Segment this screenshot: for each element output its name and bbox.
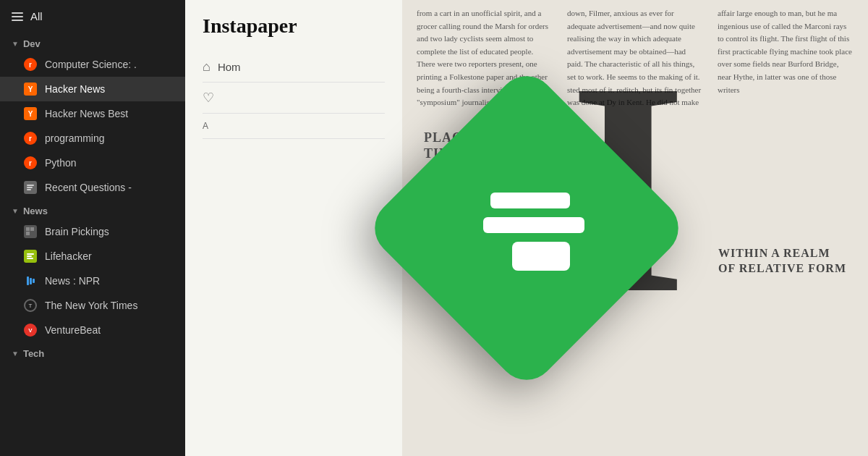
npr-icon: [23, 274, 38, 288]
archive-icon: A: [203, 121, 208, 131]
svg-rect-9: [27, 258, 33, 259]
main-content: Instapaper ⌂ Hom ♡ A from a cart in an u…: [185, 0, 868, 456]
heart-icon: ♡: [203, 90, 214, 106]
sidebar-item-hacker-news[interactable]: Y Hacker News: [0, 77, 185, 101]
home-icon: ⌂: [203, 59, 210, 75]
nyt-icon: T: [23, 298, 38, 313]
sidebar-item-label: Computer Science: .: [45, 59, 137, 70]
lifehacker-icon: [23, 249, 38, 263]
chevron-tech-icon: ▼: [12, 350, 19, 358]
sidebar-item-venturebeat[interactable]: V VentureBeat: [0, 318, 185, 342]
feedly-stripes: [469, 185, 584, 271]
brainpickings-icon: [23, 224, 38, 239]
sidebar-item-label: VentureBeat: [45, 324, 101, 336]
sidebar-item-computer-science[interactable]: r Computer Science: .: [0, 52, 185, 77]
sidebar-item-label: The New York Times: [45, 300, 137, 311]
reddit-programming-icon: r: [23, 131, 38, 145]
sidebar-item-label: Python: [45, 157, 77, 169]
instapaper-nav-home[interactable]: ⌂ Hom: [203, 52, 385, 83]
instapaper-panel: Instapaper ⌂ Hom ♡ A: [185, 0, 402, 456]
reddit-python-icon: r: [23, 156, 38, 170]
feedly-logo: [411, 112, 642, 344]
sidebar-item-python[interactable]: r Python: [0, 151, 185, 175]
sidebar-all-label: All: [30, 10, 43, 22]
chevron-news-icon: ▼: [12, 207, 19, 215]
sidebar: All ▼ Dev r Computer Science: . Y Hacker…: [0, 0, 185, 456]
sidebar-item-label: Brain Pickings: [45, 226, 109, 237]
sidebar-item-npr[interactable]: News : NPR: [0, 269, 185, 293]
article-headline-2: WITHIN A REALMOF RELATIVE FORM: [718, 246, 846, 276]
feedly-diamond-shape: [363, 64, 691, 392]
instapaper-nav: ⌂ Hom ♡ A: [185, 45, 402, 146]
feedly-stripe-2: [483, 217, 584, 233]
hamburger-icon[interactable]: [12, 12, 23, 21]
svg-rect-6: [30, 232, 34, 235]
svg-rect-4: [30, 227, 34, 231]
sidebar-section-dev[interactable]: ▼ Dev: [0, 33, 185, 52]
feedly-stripe-1: [490, 193, 570, 208]
svg-rect-5: [26, 232, 30, 235]
article-body-text: from a cart in an unofficial spirit, and…: [402, 0, 868, 117]
section-label: Dev: [23, 38, 41, 49]
hn-icon: Y: [23, 82, 38, 96]
recent-icon: [23, 180, 38, 195]
reddit-icon: r: [23, 57, 38, 72]
sidebar-item-label: programming: [45, 132, 104, 144]
instapaper-home-label: Hom: [218, 61, 241, 73]
instapaper-title: Instapaper: [185, 0, 402, 45]
sidebar-item-lifehacker[interactable]: Lifehacker: [0, 244, 185, 269]
section-tech-label: Tech: [23, 348, 44, 359]
sidebar-all-header[interactable]: All: [0, 0, 185, 33]
sidebar-item-label: News : NPR: [45, 275, 100, 287]
sidebar-item-label: Lifehacker: [45, 250, 92, 262]
sidebar-section-tech[interactable]: ▼ Tech: [0, 342, 185, 362]
sidebar-item-brain-pickings[interactable]: Brain Pickings: [0, 219, 185, 244]
sidebar-item-nyt[interactable]: T The New York Times: [0, 293, 185, 318]
sidebar-item-programming[interactable]: r programming: [0, 126, 185, 151]
sidebar-item-hacker-news-best[interactable]: Y Hacker News Best: [0, 101, 185, 126]
feedly-stripe-3: [512, 242, 570, 271]
sidebar-item-label: Recent Questions -: [45, 182, 132, 193]
svg-rect-0: [27, 185, 34, 186]
headline-2-text: WITHIN A REALMOF RELATIVE FORM: [718, 246, 846, 276]
sidebar-section-news[interactable]: ▼ News: [0, 200, 185, 219]
sidebar-item-label: Hacker News Best: [45, 108, 128, 119]
svg-rect-7: [27, 253, 34, 255]
venturebeat-icon: V: [23, 323, 38, 337]
svg-rect-1: [27, 187, 33, 188]
svg-rect-3: [26, 227, 30, 231]
svg-rect-8: [27, 256, 32, 257]
svg-rect-2: [27, 189, 31, 190]
chevron-icon: ▼: [12, 40, 19, 48]
sidebar-item-label: Hacker News: [45, 83, 105, 95]
sidebar-item-recent-questions[interactable]: Recent Questions -: [0, 175, 185, 200]
instapaper-nav-archive[interactable]: A: [203, 114, 385, 139]
section-news-label: News: [23, 206, 48, 216]
hn-best-icon: Y: [23, 106, 38, 121]
instapaper-nav-likes[interactable]: ♡: [203, 83, 385, 114]
